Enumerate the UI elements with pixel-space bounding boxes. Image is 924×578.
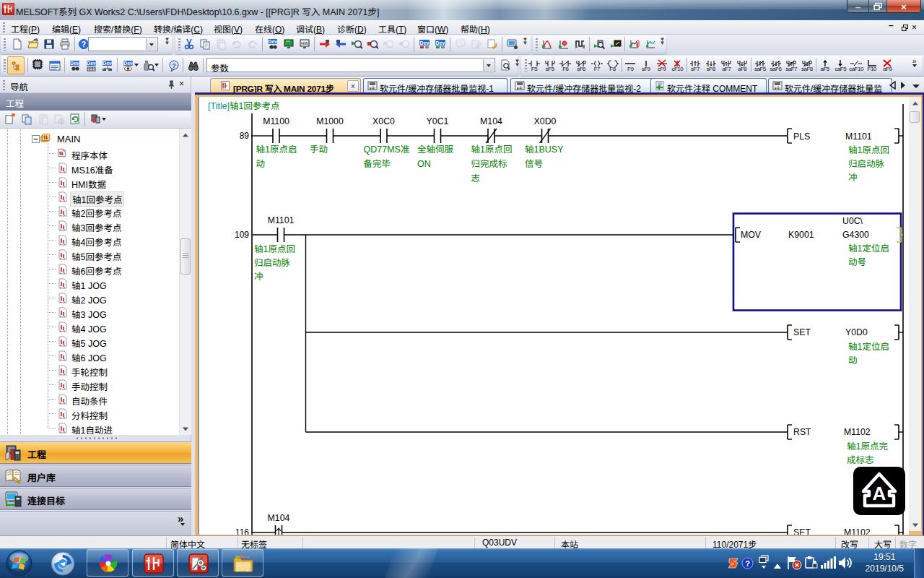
svg-text:MOV: MOV [741, 230, 762, 240]
svg-text:?: ? [82, 40, 86, 48]
svg-text:轴1原点回: 轴1原点回 [848, 145, 889, 155]
svg-text:i: i [61, 119, 62, 124]
svg-text:X0D0: X0D0 [534, 116, 557, 126]
svg-text:Dev: Dev [420, 40, 430, 46]
svg-text:信号: 信号 [525, 159, 543, 169]
svg-text:轴1原点回: 轴1原点回 [254, 244, 295, 254]
svg-text:轴1原点回: 轴1原点回 [471, 144, 513, 155]
svg-text:归启动脉: 归启动脉 [848, 159, 885, 169]
svg-text:M1000: M1000 [316, 116, 344, 126]
svg-text:?: ? [172, 62, 176, 69]
svg-text:X0C0: X0C0 [372, 116, 395, 126]
svg-text:轴1定位启: 轴1定位启 [848, 243, 889, 254]
svg-text:Dev: Dev [103, 61, 112, 66]
svg-text:Dev: Dev [268, 39, 277, 44]
svg-text:M104: M104 [480, 116, 502, 126]
svg-text:QD77MS准: QD77MS准 [364, 144, 410, 155]
svg-text:手动: 手动 [310, 144, 328, 155]
svg-text:G4300: G4300 [842, 230, 869, 240]
svg-text:轴1定位启: 轴1定位启 [848, 342, 889, 352]
svg-text:89: 89 [240, 131, 250, 141]
svg-text:轴1原点启: 轴1原点启 [256, 144, 297, 155]
svg-text:备完毕: 备完毕 [364, 159, 391, 169]
svg-text:K9001: K9001 [788, 230, 814, 240]
svg-text:Dev: Dev [123, 61, 133, 66]
svg-text:SET: SET [793, 527, 811, 535]
svg-text:M1100: M1100 [263, 116, 289, 126]
svg-text:ON: ON [417, 159, 431, 169]
svg-text:动: 动 [256, 159, 266, 169]
svg-text:志: 志 [471, 173, 481, 184]
svg-text:Dev: Dev [436, 40, 445, 46]
svg-text:Dev: Dev [87, 61, 96, 66]
svg-text:?: ? [745, 559, 750, 568]
svg-text:冲: 冲 [848, 173, 858, 183]
svg-text:M1101: M1101 [268, 215, 295, 225]
svg-text:全轴伺服: 全轴伺服 [417, 144, 454, 155]
svg-text:M1101: M1101 [845, 131, 872, 142]
svg-text:PLS: PLS [793, 131, 810, 142]
svg-text:动号: 动号 [848, 257, 866, 267]
svg-text:成标志: 成标志 [847, 455, 874, 465]
svg-text:归启动脉: 归启动脉 [254, 258, 291, 268]
svg-text:[Title]轴1回参考点: [Title]轴1回参考点 [208, 101, 280, 111]
svg-text:U0C\: U0C\ [842, 216, 863, 226]
svg-text:Dev: Dev [70, 61, 79, 66]
svg-text:动: 动 [848, 355, 858, 366]
svg-text:Y0C1: Y0C1 [427, 116, 449, 126]
svg-text:M1102: M1102 [844, 427, 871, 437]
svg-text:RST: RST [793, 427, 811, 437]
svg-text:HW: HW [301, 41, 308, 46]
svg-text:归完成标: 归完成标 [471, 159, 507, 169]
svg-text:Y0D0: Y0D0 [845, 327, 868, 337]
svg-text:轴1原点完: 轴1原点完 [847, 441, 888, 452]
svg-text:A: A [873, 483, 886, 504]
svg-text:M104: M104 [268, 513, 290, 523]
svg-text:冲: 冲 [254, 272, 263, 282]
svg-text:109: 109 [235, 230, 249, 240]
svg-text:M1102: M1102 [844, 527, 871, 535]
svg-text:轴1BUSY: 轴1BUSY [525, 144, 564, 155]
svg-text:116: 116 [235, 527, 249, 535]
svg-text:SET: SET [793, 327, 811, 337]
